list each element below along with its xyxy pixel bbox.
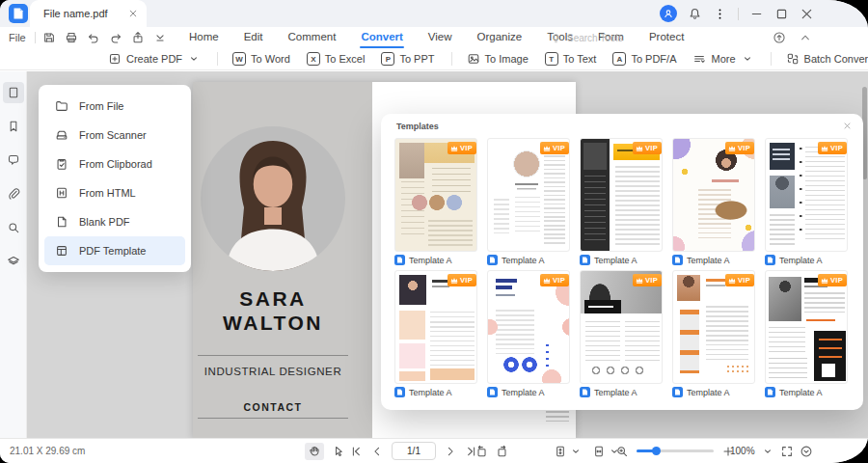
vip-badge: VIP [540, 142, 569, 154]
menu-item-from-file[interactable]: From File [44, 92, 185, 121]
page-indicator[interactable]: 1/1 [392, 442, 436, 460]
pdfelement-file-icon [672, 387, 683, 397]
account-avatar[interactable] [660, 5, 677, 22]
toolbar-to-text[interactable]: TTo Text [545, 52, 597, 66]
rotate-tools [475, 439, 509, 463]
sidebar-bookmark-panel[interactable] [3, 116, 24, 137]
next-page-icon[interactable] [444, 445, 457, 458]
menu-organize[interactable]: Organize [465, 27, 535, 48]
first-page-icon[interactable] [349, 445, 363, 458]
tab-title: File name.pdf [43, 8, 128, 19]
maximize-icon[interactable] [774, 7, 789, 21]
toolbar-to-word[interactable]: WTo Word [232, 52, 290, 66]
toolbar-to-ppt[interactable]: PTo PPT [381, 52, 434, 66]
vip-badge: VIP [448, 274, 476, 286]
redo-icon[interactable] [109, 31, 122, 44]
zoom-level-group: 100% [730, 439, 813, 463]
lightbulb-icon [550, 32, 562, 44]
menu-view[interactable]: View [416, 27, 465, 48]
template-thumbnail: VIP [765, 270, 848, 384]
pdfelement-file-icon [394, 387, 405, 397]
collapse-toolbar-icon[interactable] [799, 31, 812, 44]
toolbar-to-pdf-a[interactable]: ATo PDF/A [612, 52, 676, 66]
tab-close-icon[interactable] [128, 9, 138, 18]
zoom-slider-thumb[interactable] [652, 447, 661, 455]
fit-page-icon[interactable] [592, 445, 606, 458]
sidebar-thumbnail-panel[interactable] [3, 82, 24, 103]
menu-item-from-scanner[interactable]: From Scanner [44, 121, 185, 150]
search-tools[interactable]: Search Tools [550, 32, 623, 44]
pdfelement-file-icon [580, 387, 590, 397]
toolbar-create-pdf[interactable]: Create PDF [108, 52, 201, 66]
hide-statusbar-icon[interactable] [800, 445, 813, 458]
sidebar-attachment-panel[interactable] [3, 183, 24, 204]
comment-icon [7, 153, 20, 167]
notifications-bell-icon[interactable] [688, 7, 702, 21]
more-options-kebab-icon[interactable] [713, 7, 727, 21]
previous-page-icon[interactable] [370, 445, 384, 458]
document-tab[interactable]: File name.pdf [30, 0, 147, 27]
save-icon[interactable] [42, 31, 56, 44]
cloud-upload-icon[interactable] [773, 31, 786, 44]
select-tool-icon[interactable] [332, 445, 345, 458]
template-card-bw-photo[interactable]: VIPTemplate A [580, 270, 663, 397]
pdfelement-logo-icon [9, 4, 28, 23]
menu-home[interactable]: Home [176, 27, 231, 48]
sidebar-comment-panel[interactable] [3, 150, 24, 171]
toolbar-more[interactable]: More [692, 52, 753, 66]
minimize-icon[interactable] [749, 7, 764, 21]
template-card-white-minimal[interactable]: VIPTemplate A [487, 138, 570, 265]
templates-modal-close[interactable] [840, 119, 854, 132]
fullscreen-icon[interactable] [780, 445, 794, 458]
toolbar-to-image[interactable]: To Image [467, 52, 529, 66]
rotate-left-icon[interactable] [475, 445, 488, 458]
collapse-ribbon-icon[interactable] [153, 31, 167, 44]
template-card-navy-photo[interactable]: VIPTemplate A [765, 138, 848, 265]
menu-comment[interactable]: Comment [276, 27, 349, 48]
template-thumbnail: VIP [672, 270, 755, 384]
template-card-beige-circles[interactable]: VIPTemplate A [394, 138, 477, 265]
menu-convert[interactable]: Convert [348, 27, 415, 48]
vip-badge: VIP [725, 274, 754, 286]
crown-icon [821, 145, 828, 151]
zoom-level[interactable]: 100% [730, 446, 755, 456]
template-thumbnail: VIP [672, 138, 755, 252]
resume-section-heading: CONTACT [193, 401, 353, 413]
print-icon[interactable] [65, 31, 78, 44]
rotate-right-icon[interactable] [496, 445, 509, 458]
template-card-peach-blocks[interactable]: VIPTemplate A [394, 270, 477, 397]
share-icon[interactable] [131, 31, 145, 44]
close-icon [843, 122, 852, 130]
caret-down-icon[interactable] [569, 445, 583, 458]
toolbar-batch-convert[interactable]: Batch Convert [786, 52, 868, 66]
hand-tool[interactable] [305, 443, 324, 460]
template-card-black-orange-qr[interactable]: VIPTemplate A [765, 270, 848, 397]
menu-item-from-html[interactable]: From HTML [44, 178, 185, 207]
template-card-pink-donuts[interactable]: VIPTemplate A [487, 270, 570, 397]
template-card-floral-map[interactable]: VIPTemplate A [672, 138, 755, 265]
close-window-icon[interactable] [800, 7, 814, 21]
undo-icon[interactable] [87, 31, 100, 44]
toolbar-separator [451, 52, 452, 66]
hand-icon [308, 445, 321, 458]
zoom-controls [615, 439, 735, 463]
menu-protect[interactable]: Protect [637, 27, 696, 48]
crown-icon [728, 145, 736, 151]
vip-badge: VIP [448, 142, 476, 154]
divider-line [198, 418, 348, 419]
menu-item-from-clipborad[interactable]: From Clipborad [44, 150, 185, 178]
template-label: Template A [580, 387, 663, 397]
fit-vertical-icon[interactable] [554, 445, 567, 458]
menu-edit[interactable]: Edit [231, 27, 276, 48]
menu-file[interactable]: File [9, 32, 26, 43]
sidebar-layers-panel[interactable] [3, 251, 24, 272]
caret-down-icon[interactable] [761, 445, 774, 458]
menu-item-blank-pdf[interactable]: Blank PDF [44, 207, 185, 236]
template-card-dark-yellow[interactable]: VIPTemplate A [580, 138, 663, 265]
sidebar-search-panel[interactable] [3, 217, 24, 238]
template-card-orange-accent[interactable]: VIPTemplate A [672, 270, 755, 397]
toolbar-to-excel[interactable]: XTo Excel [307, 52, 366, 66]
zoom-slider[interactable] [637, 447, 714, 455]
menu-item-pdf-template[interactable]: PDF Template [44, 236, 185, 265]
marquee-zoom-icon[interactable] [615, 445, 629, 458]
